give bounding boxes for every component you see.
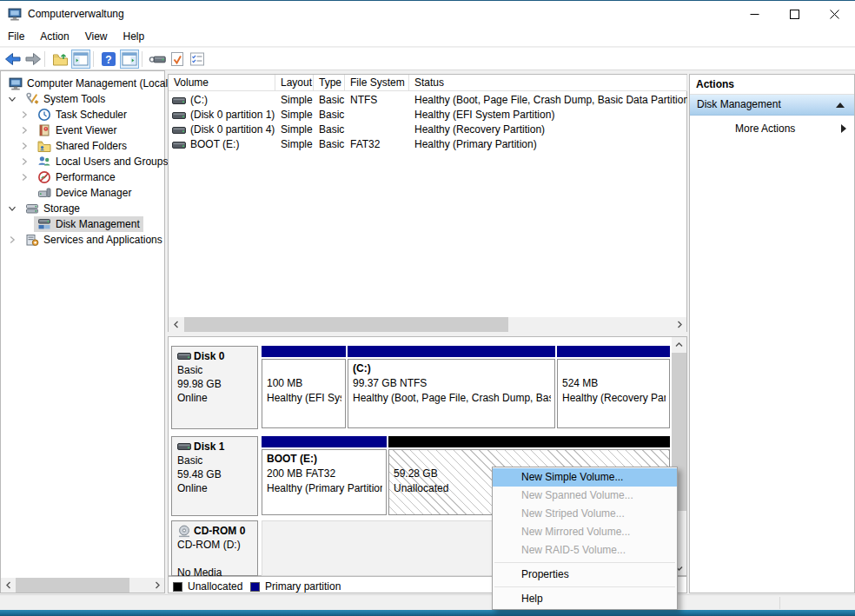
tree-item-content[interactable]: Device Manager — [34, 185, 135, 201]
up-folder-button[interactable] — [50, 50, 70, 69]
column-header-volume[interactable]: Volume — [169, 75, 275, 91]
tree-item-device-manager[interactable]: Device Manager — [1, 185, 164, 201]
scroll-left-button[interactable] — [169, 317, 183, 332]
chevron-down-icon[interactable] — [8, 204, 17, 213]
back-button[interactable] — [3, 50, 23, 69]
tree-item-content[interactable]: Storage — [22, 201, 83, 216]
performance-icon — [37, 170, 52, 184]
column-header-layout[interactable]: Layout — [275, 75, 314, 91]
cell-layout: Simple — [275, 108, 314, 123]
tree-item-disk-management[interactable]: Disk Management — [1, 216, 164, 232]
partition-segment[interactable]: BOOT (E:)200 MB FAT32Healthy (Primary Pa… — [262, 436, 387, 516]
menu-item-new-simple-volume[interactable]: New Simple Volume... — [493, 468, 677, 487]
chevron-right-icon[interactable] — [8, 235, 17, 244]
show-console-tree-icon — [73, 52, 89, 66]
disk-info-line: Online — [177, 391, 257, 405]
tree-item-system-tools[interactable]: System Tools — [1, 91, 164, 107]
show-console-tree-button[interactable] — [71, 50, 90, 69]
show-action-pane-button[interactable] — [120, 50, 139, 69]
forward-button[interactable] — [23, 50, 43, 69]
disk-info-line: 59.48 GB — [177, 467, 257, 481]
partition-title — [267, 361, 341, 376]
tree-item-services-and-applications[interactable]: Services and Applications — [1, 232, 164, 248]
partition-segment[interactable]: (C:)99.37 GB NTFSHealthy (Boot, Page Fil… — [348, 346, 555, 429]
volume-list-h-scrollbar[interactable] — [169, 317, 686, 332]
tree-item-content[interactable]: Local Users and Groups — [34, 154, 171, 169]
volume-row[interactable]: (Disk 0 partition 4)SimpleBasicHealthy (… — [169, 123, 686, 137]
partition-body[interactable]: (C:)99.37 GB NTFSHealthy (Boot, Page Fil… — [348, 359, 555, 428]
menu-item-new-spanned-volume: New Spanned Volume... — [493, 487, 677, 505]
close-button[interactable] — [814, 2, 854, 27]
partition-color-stripe — [388, 436, 670, 447]
cell-file_system: NTFS — [345, 93, 409, 108]
chevron-right-icon[interactable] — [20, 157, 29, 166]
tree-item-content[interactable]: System Tools — [22, 91, 109, 107]
scroll-thumb[interactable] — [16, 578, 129, 593]
volume-row[interactable]: (C:)SimpleBasicNTFSHealthy (Boot, Page F… — [169, 93, 686, 108]
menu-file[interactable]: File — [0, 28, 32, 46]
tree-selection[interactable]: Disk Management — [34, 216, 143, 232]
tree-item-performance[interactable]: Performance — [1, 169, 164, 185]
scroll-thumb[interactable] — [184, 317, 508, 332]
rescan-disks-button[interactable] — [148, 50, 167, 69]
tree-item-storage[interactable]: Storage — [1, 201, 164, 216]
volume-row[interactable]: (Disk 0 partition 1)SimpleBasicHealthy (… — [169, 108, 686, 123]
scroll-right-button[interactable] — [149, 578, 164, 593]
partition-segment[interactable]: 100 MBHealthy (EFI System Partition) — [262, 346, 346, 429]
cell-file_system — [345, 108, 409, 123]
check-icon — [169, 51, 185, 67]
chevron-right-icon[interactable] — [20, 173, 29, 182]
disk-header[interactable]: CD-ROM 0CD-ROM (D:) No Media — [171, 520, 258, 576]
list-view-button[interactable] — [188, 50, 207, 69]
partition-segment[interactable]: 524 MBHealthy (Recovery Partition) — [557, 346, 670, 429]
chevron-right-icon[interactable] — [20, 142, 29, 150]
tree-item-label: Storage — [43, 202, 80, 215]
tree-item-content[interactable]: Task Scheduler — [34, 107, 130, 123]
collapse-arrow-icon[interactable] — [836, 103, 845, 108]
tree-item-shared-folders[interactable]: Shared Folders — [1, 138, 164, 154]
partition-body[interactable]: 524 MBHealthy (Recovery Partition) — [557, 359, 670, 428]
cell-type: Basic — [314, 108, 345, 123]
more-actions-item[interactable]: More Actions — [690, 119, 854, 138]
tree-item-local-users-and-groups[interactable]: Local Users and Groups — [1, 154, 164, 169]
actions-group-disk-management[interactable]: Disk Management — [690, 95, 854, 116]
scroll-up-button[interactable] — [672, 337, 686, 352]
partition-body[interactable]: BOOT (E:)200 MB FAT32Healthy (Primary Pa… — [262, 449, 387, 515]
tree-item-content[interactable]: Services and Applications — [22, 232, 166, 248]
disk-row-disk-0: Disk 0Basic99.98 GBOnline 100 MBHealthy … — [171, 346, 673, 429]
menu-item-help[interactable]: Help — [493, 590, 677, 608]
menu-action[interactable]: Action — [32, 28, 76, 46]
chevron-right-icon[interactable] — [20, 126, 29, 135]
chevron-down-icon[interactable] — [8, 95, 17, 103]
scroll-left-button[interactable] — [1, 578, 16, 593]
column-header-type[interactable]: Type — [314, 75, 345, 91]
tree-item-task-scheduler[interactable]: Task Scheduler — [1, 107, 164, 123]
maximize-button[interactable] — [774, 2, 814, 27]
menu-help[interactable]: Help — [116, 28, 153, 46]
column-header-file-system[interactable]: File System — [345, 75, 409, 91]
scroll-right-button[interactable] — [672, 317, 686, 332]
minimize-button[interactable] — [734, 2, 774, 27]
help-button[interactable]: ? — [99, 50, 118, 69]
tree-item-content[interactable]: Shared Folders — [34, 138, 130, 154]
tree-item-event-viewer[interactable]: Event Viewer — [1, 123, 164, 138]
volume-row[interactable]: BOOT (E:)SimpleBasicFAT32Healthy (Primar… — [169, 137, 686, 152]
disk-icon — [177, 352, 191, 361]
menu-view[interactable]: View — [77, 28, 116, 46]
tree-item-content[interactable]: Performance — [34, 169, 119, 185]
partition-body[interactable]: 100 MBHealthy (EFI System Partition) — [262, 359, 346, 428]
chevron-right-icon[interactable] — [20, 110, 29, 119]
partition-info-line: 100 MB — [267, 376, 341, 391]
cell-volume: (C:) — [169, 93, 275, 108]
check-button[interactable] — [168, 50, 187, 69]
tree-item-content[interactable]: Event Viewer — [34, 123, 120, 138]
column-header-status[interactable]: Status — [409, 75, 687, 91]
disk-header[interactable]: Disk 0Basic99.98 GBOnline — [171, 346, 258, 429]
disk-header[interactable]: Disk 1Basic59.48 GBOnline — [171, 436, 258, 516]
menu-item-properties[interactable]: Properties — [493, 566, 677, 584]
disk-info-line: Basic — [177, 454, 257, 467]
tree-item-content[interactable]: Computer Management (Local) — [5, 76, 175, 91]
tree-item-computer-management-local[interactable]: Computer Management (Local) — [1, 76, 164, 91]
tree-h-scrollbar[interactable] — [1, 578, 164, 593]
storage-icon — [25, 202, 40, 215]
